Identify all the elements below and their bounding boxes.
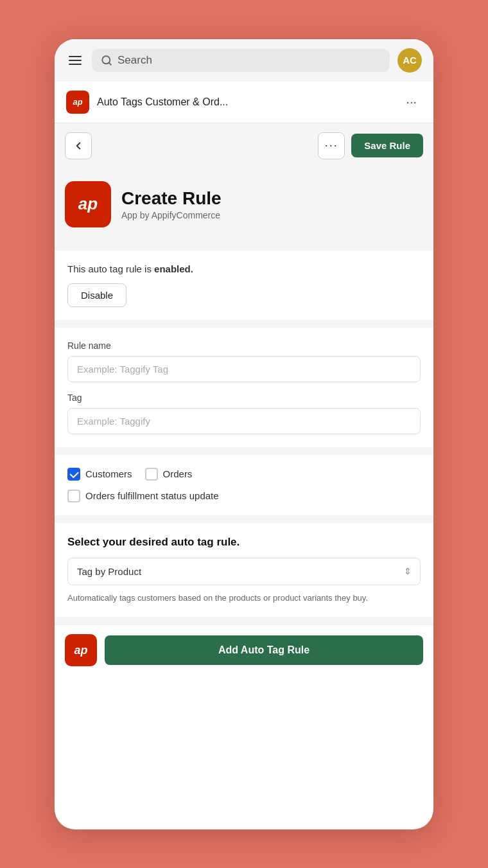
rule-name-label: Rule name [67, 341, 421, 351]
section-toolbar-wrapper: ··· Save Rule [55, 123, 433, 168]
rule-description: Automatically tags customers based on th… [67, 592, 421, 605]
orders-label: Orders [163, 468, 193, 479]
create-rule-subtitle: App by AppifyCommerce [121, 210, 222, 220]
tag-input[interactable] [67, 408, 421, 434]
customers-label: Customers [85, 468, 132, 479]
status-section: This auto tag rule is enabled. Disable [55, 251, 433, 320]
add-rule-button[interactable]: Add Auto Tag Rule [105, 635, 423, 665]
form-section: Rule name Tag [55, 328, 433, 447]
app-header-more[interactable]: ··· [401, 92, 422, 112]
rule-selector-title: Select your desired auto tag rule. [67, 536, 421, 549]
app-logo-large-text: ap [78, 194, 98, 214]
bottom-bar: ap Add Auto Tag Rule [55, 624, 433, 675]
create-rule-info: Create Rule App by AppifyCommerce [121, 188, 222, 220]
save-rule-button[interactable]: Save Rule [351, 134, 423, 157]
search-bar[interactable]: Search [92, 49, 390, 72]
fulfillment-checkbox[interactable] [67, 490, 80, 502]
orders-checkbox-item: Orders [145, 468, 193, 481]
tag-label: Tag [67, 393, 421, 403]
status-prefix: This auto tag rule is [67, 263, 154, 274]
phone-frame: Search AC ap Auto Tags Customer & Ord...… [55, 39, 433, 829]
divider-4 [55, 515, 433, 523]
search-icon [101, 55, 112, 66]
avatar[interactable]: AC [397, 48, 422, 73]
app-logo-small-text: ap [73, 97, 82, 107]
app-logo-large: ap [65, 181, 111, 227]
section-toolbar: ··· Save Rule [65, 132, 423, 159]
customers-checkbox[interactable] [67, 468, 80, 481]
divider-2 [55, 320, 433, 328]
bottom-logo-text: ap [74, 644, 87, 657]
rule-name-input[interactable] [67, 356, 421, 382]
rule-select[interactable]: Tag by Product Tag by Order Tag by Locat… [67, 558, 421, 585]
checkboxes-inline-row: Customers Orders [67, 468, 421, 481]
divider-3 [55, 447, 433, 455]
status-word: enabled. [154, 263, 193, 274]
customers-checkbox-item: Customers [67, 468, 132, 481]
divider-1 [55, 243, 433, 251]
app-logo-small: ap [66, 91, 89, 114]
status-text: This auto tag rule is enabled. [67, 263, 421, 274]
bottom-logo: ap [65, 634, 97, 666]
back-arrow-icon [73, 140, 84, 152]
scroll-area: ··· Save Rule ap Create Rule App by Appi… [55, 123, 433, 829]
rule-select-wrapper: Tag by Product Tag by Order Tag by Locat… [67, 558, 421, 585]
hamburger-menu[interactable] [66, 53, 84, 67]
create-rule-header: ap Create Rule App by AppifyCommerce [55, 168, 433, 243]
checkboxes-section: Customers Orders Orders fulfillment stat… [55, 455, 433, 515]
create-rule-title: Create Rule [121, 188, 222, 209]
fulfillment-label: Orders fulfillment status update [85, 490, 219, 501]
rule-selector-section: Select your desired auto tag rule. Tag b… [55, 523, 433, 617]
top-bar: Search AC [55, 39, 433, 82]
fulfillment-checkbox-item: Orders fulfillment status update [67, 490, 421, 502]
divider-5 [55, 617, 433, 624]
back-button[interactable] [65, 132, 92, 159]
app-header-title: Auto Tags Customer & Ord... [97, 96, 393, 108]
svg-line-1 [109, 62, 110, 64]
search-label: Search [118, 54, 152, 67]
orders-checkbox[interactable] [145, 468, 158, 481]
app-header: ap Auto Tags Customer & Ord... ··· [55, 82, 433, 123]
more-options-button[interactable]: ··· [318, 132, 345, 159]
disable-button[interactable]: Disable [67, 283, 126, 307]
